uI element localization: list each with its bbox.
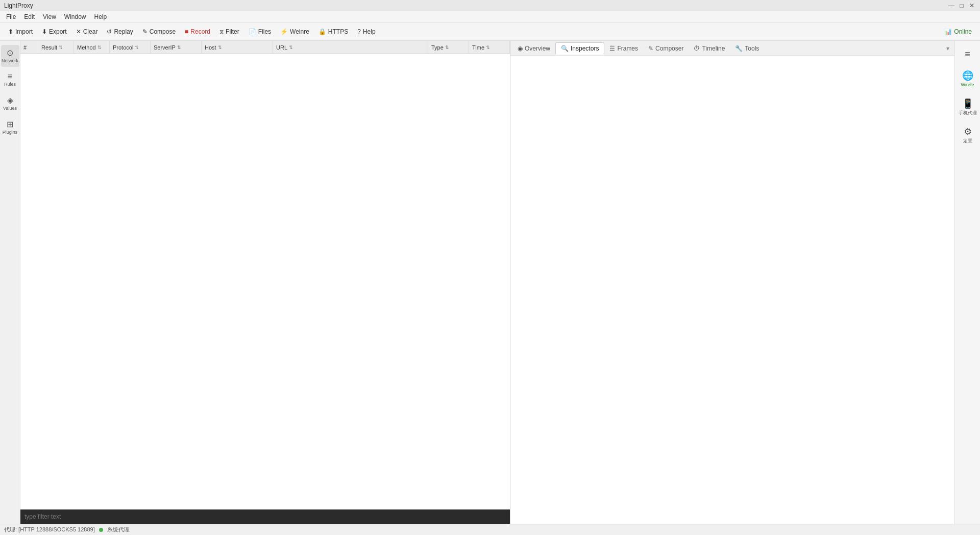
col-header-type[interactable]: Type ⇅ <box>428 41 469 54</box>
files-icon: 📄 <box>249 28 256 35</box>
menu-file[interactable]: File <box>2 12 20 21</box>
sort-icon-serverip: ⇅ <box>177 45 181 50</box>
window-controls: — □ ✕ <box>947 2 976 10</box>
export-button[interactable]: ⬇ Export <box>38 26 71 37</box>
online-status: 📊 Online <box>940 26 976 37</box>
timeline-icon: ⏱ <box>694 45 700 52</box>
tab-frames[interactable]: ☰ Frames <box>604 43 643 54</box>
values-icon: ◈ <box>7 95 13 105</box>
tab-timeline[interactable]: ⏱ Timeline <box>689 43 730 54</box>
col-header-method[interactable]: Method ⇅ <box>74 41 110 54</box>
table-header: # Result ⇅ Method ⇅ Protocol ⇅ ServerIP … <box>20 41 510 54</box>
right-sidebar-menu[interactable]: ≡ <box>957 45 979 64</box>
menu-window[interactable]: Window <box>60 12 90 21</box>
menu-view[interactable]: View <box>39 12 60 21</box>
sidebar-item-plugins[interactable]: ⊞ Plugins <box>1 116 19 138</box>
sidebar-item-rules[interactable]: ≡ Rules <box>1 69 19 90</box>
compose-icon: ✎ <box>142 28 148 35</box>
status-dot <box>99 528 103 532</box>
tools-icon: 🔧 <box>735 45 743 52</box>
help-icon: ? <box>357 28 361 35</box>
settings-label: 定置 <box>963 138 972 144</box>
proxy-status: 代理: [HTTP 12888/SOCKS5 12889] <box>4 526 95 533</box>
clear-icon: ✕ <box>76 28 81 35</box>
filter-icon: ⧖ <box>219 28 224 35</box>
right-sidebar-phone[interactable]: 📱 手机代理 <box>957 94 979 120</box>
lock-icon: 🔒 <box>318 28 326 35</box>
sort-icon-time: ⇅ <box>486 45 490 50</box>
col-header-serverip[interactable]: ServerIP ⇅ <box>151 41 202 54</box>
menu-help[interactable]: Help <box>90 12 111 21</box>
minimize-button[interactable]: — <box>947 2 955 10</box>
col-header-host[interactable]: Host ⇅ <box>202 41 273 54</box>
clear-button[interactable]: ✕ Clear <box>72 26 102 37</box>
sort-icon-host: ⇅ <box>218 45 222 50</box>
online-label: Wirete <box>961 82 974 88</box>
toolbar: ⬆ Import ⬇ Export ✕ Clear ↺ Replay ✎ Com… <box>0 22 980 41</box>
tabs-chevron[interactable]: ▾ <box>943 45 952 52</box>
right-sidebar-settings[interactable]: ⚙ 定置 <box>957 122 979 148</box>
sidebar-label-plugins: Plugins <box>3 130 18 135</box>
sidebar-item-values[interactable]: ◈ Values <box>1 92 19 114</box>
https-button[interactable]: 🔒 HTTPS <box>314 26 352 37</box>
import-button[interactable]: ⬆ Import <box>4 26 37 37</box>
compose-button[interactable]: ✎ Compose <box>138 26 180 37</box>
detail-panel: ◉ Overview 🔍 Inspectors ☰ Frames ✎ Compo… <box>510 41 954 524</box>
files-button[interactable]: 📄 Files <box>244 26 275 37</box>
weinre-icon: ⚡ <box>280 28 288 35</box>
col-header-num[interactable]: # <box>20 41 38 54</box>
title-bar: LightProxy — □ ✕ <box>0 0 980 11</box>
sort-icon-method: ⇅ <box>97 45 102 50</box>
detail-content <box>510 56 954 524</box>
sidebar-item-network[interactable]: ⊙ Network <box>1 45 19 67</box>
inspectors-icon: 🔍 <box>561 45 569 52</box>
system-proxy-label: 系统代理 <box>107 526 130 533</box>
filter-bar <box>20 509 510 524</box>
sort-icon-protocol: ⇅ <box>135 45 139 50</box>
hamburger-icon: ≡ <box>965 49 970 60</box>
main-area: ⊙ Network ≡ Rules ◈ Values ⊞ Plugins # R… <box>0 41 980 524</box>
col-header-result[interactable]: Result ⇅ <box>38 41 74 54</box>
status-bar: 代理: [HTTP 12888/SOCKS5 12889] 系统代理 <box>0 524 980 535</box>
help-button[interactable]: ? Help <box>353 26 379 37</box>
tab-tools[interactable]: 🔧 Tools <box>730 43 764 54</box>
col-header-protocol[interactable]: Protocol ⇅ <box>110 41 151 54</box>
settings-icon: ⚙ <box>964 126 972 137</box>
right-sidebar-online[interactable]: 🌐 Wirete <box>957 66 979 92</box>
replay-button[interactable]: ↺ Replay <box>103 26 137 37</box>
sidebar-label-values: Values <box>3 106 17 111</box>
phone-label: 手机代理 <box>959 110 977 116</box>
col-header-url[interactable]: URL ⇅ <box>273 41 428 54</box>
tab-overview[interactable]: ◉ Overview <box>512 43 555 54</box>
record-icon: ■ <box>185 28 188 35</box>
content-split: # Result ⇅ Method ⇅ Protocol ⇅ ServerIP … <box>20 41 954 524</box>
traffic-panel: # Result ⇅ Method ⇅ Protocol ⇅ ServerIP … <box>20 41 510 524</box>
weinre-button[interactable]: ⚡ Weinre <box>276 26 313 37</box>
close-button[interactable]: ✕ <box>968 2 976 10</box>
right-sidebar: ≡ 🌐 Wirete 📱 手机代理 ⚙ 定置 <box>954 41 980 524</box>
menu-bar: File Edit View Window Help <box>0 11 980 22</box>
import-icon: ⬆ <box>8 28 13 35</box>
col-header-time[interactable]: Time ⇅ <box>469 41 510 54</box>
left-sidebar: ⊙ Network ≡ Rules ◈ Values ⊞ Plugins <box>0 41 20 524</box>
filter-input[interactable] <box>20 513 510 520</box>
frames-icon: ☰ <box>609 45 615 52</box>
sort-icon-url: ⇅ <box>289 45 293 50</box>
overview-icon: ◉ <box>518 45 523 52</box>
traffic-body[interactable] <box>20 54 510 509</box>
phone-icon: 📱 <box>962 98 973 109</box>
sidebar-label-network: Network <box>2 59 18 64</box>
maximize-button[interactable]: □ <box>958 2 966 10</box>
tab-inspectors[interactable]: 🔍 Inspectors <box>555 42 604 55</box>
detail-tabs: ◉ Overview 🔍 Inspectors ☰ Frames ✎ Compo… <box>510 41 954 56</box>
sort-icon-type: ⇅ <box>445 45 449 50</box>
chart-icon: 📊 <box>944 28 952 35</box>
network-icon: ⊙ <box>7 48 13 58</box>
composer-icon: ✎ <box>648 45 653 52</box>
filter-button[interactable]: ⧖ Filter <box>215 26 243 37</box>
tab-composer[interactable]: ✎ Composer <box>643 43 689 54</box>
sort-icon-result: ⇅ <box>59 45 63 50</box>
menu-edit[interactable]: Edit <box>20 12 39 21</box>
globe-icon: 🌐 <box>962 70 973 81</box>
record-button[interactable]: ■ Record <box>181 26 214 37</box>
